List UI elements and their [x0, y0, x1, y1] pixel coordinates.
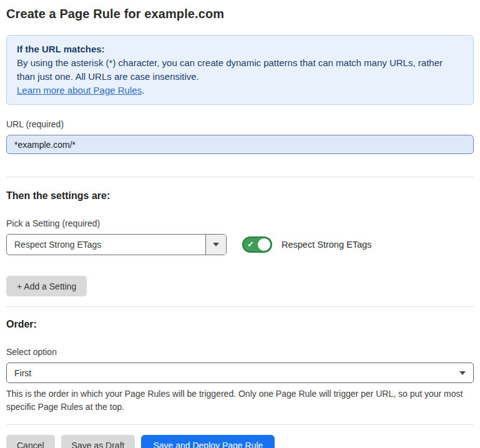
page-rule-form: Create a Page Rule for example.com If th…	[0, 7, 480, 448]
order-select-value: First	[14, 368, 31, 378]
pick-setting-label: Pick a Setting (required)	[6, 218, 474, 228]
divider	[6, 424, 474, 425]
setting-select-value: Respect Strong ETags	[7, 235, 205, 255]
cancel-button[interactable]: Cancel	[6, 435, 55, 448]
setting-toggle-label: Respect Strong ETags	[282, 240, 371, 250]
setting-toggle[interactable]: ✓	[242, 236, 272, 253]
save-as-draft-button[interactable]: Save as Draft	[61, 435, 135, 448]
order-section-heading: Order:	[6, 319, 474, 330]
page-title: Create a Page Rule for example.com	[6, 7, 474, 21]
order-select[interactable]: First	[6, 363, 474, 383]
order-help-text: This is the order in which your Page Rul…	[6, 387, 474, 414]
setting-select[interactable]: Respect Strong ETags	[6, 234, 227, 255]
url-match-info-box: If the URL matches: By using the asteris…	[6, 35, 474, 105]
chevron-down-icon	[459, 371, 466, 375]
url-field-label: URL (required)	[6, 119, 474, 129]
settings-section-heading: Then the settings are:	[6, 190, 474, 202]
info-box-heading: If the URL matches:	[17, 42, 463, 56]
save-and-deploy-button[interactable]: Save and Deploy Page Rule	[141, 435, 275, 448]
divider	[6, 177, 474, 177]
url-input[interactable]	[6, 135, 474, 154]
add-setting-button[interactable]: + Add a Setting	[6, 276, 87, 296]
setting-row: Respect Strong ETags ✓ Respect Strong ET…	[6, 234, 474, 255]
info-box-link-line: Learn more about Page Rules.	[17, 84, 463, 97]
divider	[6, 306, 474, 307]
link-suffix: .	[142, 85, 144, 95]
toggle-knob	[258, 238, 270, 251]
info-box-body: By using the asterisk (*) character, you…	[17, 56, 463, 84]
action-buttons-row: Cancel Save as Draft Save and Deploy Pag…	[6, 435, 474, 448]
order-select-label: Select option	[6, 347, 474, 357]
check-icon: ✓	[247, 240, 254, 249]
chevron-down-icon	[213, 243, 219, 246]
setting-select-arrow-button[interactable]	[205, 235, 226, 255]
learn-more-link[interactable]: Learn more about Page Rules	[17, 85, 142, 95]
